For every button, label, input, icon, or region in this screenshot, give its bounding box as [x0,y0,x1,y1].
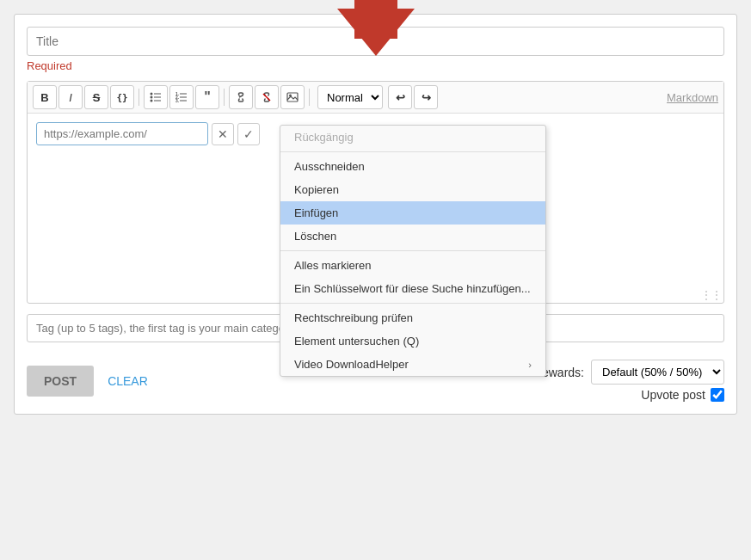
svg-point-2 [151,96,153,99]
context-menu-video-helper[interactable]: Video DownloadHelper › [280,353,545,376]
svg-point-0 [151,93,153,95]
svg-rect-1 [154,94,161,95]
context-menu: Rückgängig Ausschneiden Kopieren Einfüge… [280,125,546,377]
upvote-row: Upvote post [641,388,724,402]
url-confirm-button[interactable]: ✓ [237,123,260,145]
redo-button[interactable]: ↪ [414,85,438,109]
svg-rect-3 [154,97,161,98]
toolbar-separator-3 [309,89,310,106]
svg-rect-9 [180,97,187,98]
url-input[interactable] [36,122,208,145]
svg-rect-14 [287,93,298,102]
upvote-label: Upvote post [641,388,705,402]
context-menu-sep-2 [280,250,545,251]
link-button[interactable] [229,85,253,109]
ordered-list-icon: 1. 2. 3. [175,91,188,103]
page-wrapper: Required B I S {} [0,0,751,560]
toolbar-separator-2 [224,89,225,106]
context-menu-cut[interactable]: Ausschneiden [280,155,545,178]
markdown-link[interactable]: Markdown [667,91,718,104]
unlink-icon [261,91,273,103]
quote-button[interactable]: " [195,85,219,109]
url-input-bar: ✕ ✓ [36,122,260,145]
toolbar-separator-1 [139,89,139,106]
url-cancel-button[interactable]: ✕ [212,123,234,145]
code-button[interactable]: {} [110,85,134,109]
rewards-row: Rewards: Default (50% / 50%) Power Up 10… [533,360,724,385]
context-menu-sep-1 [280,151,545,152]
context-menu-paste[interactable]: Einfügen [280,201,545,225]
strikethrough-button[interactable]: S [84,85,108,109]
arrow-down-shape [337,9,415,56]
context-menu-spell-check[interactable]: Rechtschreibung prüfen [280,306,545,329]
link-icon [235,91,247,103]
format-select[interactable]: Normal H1 H2 H3 H4 H5 H6 [317,85,383,109]
required-label: Required [27,59,724,72]
context-menu-sep-3 [280,303,545,304]
post-button[interactable]: POST [27,366,94,397]
svg-point-4 [151,100,153,102]
context-menu-inspect[interactable]: Element untersuchen (Q) [280,329,545,353]
svg-rect-11 [180,101,187,102]
undo-redo-group: ↩ ↪ [388,85,438,109]
context-menu-select-all[interactable]: Alles markieren [280,254,545,277]
context-menu-undo[interactable]: Rückgängig [280,126,545,149]
ordered-list-button[interactable]: 1. 2. 3. [169,85,194,109]
svg-rect-7 [180,94,187,95]
context-menu-add-keyword[interactable]: Ein Schlüsselwort für diese Suche hinzuf… [280,277,545,300]
list-icon [150,91,162,103]
image-icon [286,91,299,103]
svg-text:3.: 3. [175,98,180,103]
rewards-select[interactable]: Default (50% / 50%) Power Up 100% Declin… [591,360,724,385]
italic-button[interactable]: I [58,85,83,109]
context-menu-delete[interactable]: Löschen [280,225,545,248]
upvote-checkbox[interactable] [711,388,724,402]
context-menu-copy[interactable]: Kopieren [280,178,545,201]
undo-button[interactable]: ↩ [388,85,412,109]
svg-rect-5 [154,101,161,102]
image-button[interactable] [280,85,305,109]
unordered-list-button[interactable] [144,85,168,109]
arrow-indicator [337,9,415,56]
resize-handle: ⋮⋮ [701,289,722,301]
bold-button[interactable]: B [33,85,57,109]
left-actions: POST CLEAR [27,366,148,397]
unlink-button[interactable] [255,85,279,109]
toolbar: B I S {} 1. [28,82,723,114]
submenu-arrow-icon: › [528,360,532,370]
right-actions: Rewards: Default (50% / 50%) Power Up 10… [533,360,724,402]
clear-link[interactable]: CLEAR [108,374,148,388]
